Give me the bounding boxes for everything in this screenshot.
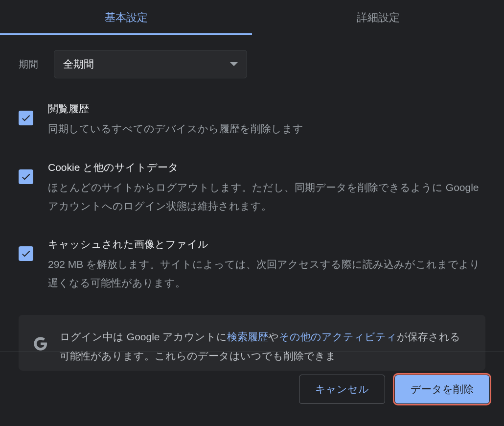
checkbox-row-cache: キャッシュされた画像とファイル 292 MB を解放します。サイトによっては、次… (19, 237, 485, 292)
time-range-select[interactable]: 全期間 (54, 50, 247, 78)
dialog-content: 期間 全期間 閲覧履歴 同期しているすべてのデバイスから履歴を削除します Coo… (0, 35, 504, 371)
check-icon (21, 171, 31, 182)
checkbox-cookies[interactable] (19, 169, 33, 184)
link-search-history[interactable]: 検索履歴 (227, 331, 268, 342)
cache-desc: 292 MB を解放します。サイトによっては、次回アクセスする際に読み込みがこれ… (48, 255, 485, 292)
check-icon (21, 113, 31, 123)
dialog-footer: キャンセル データを削除 (0, 352, 504, 426)
cookies-title: Cookie と他のサイトデータ (48, 161, 485, 174)
time-range-label: 期間 (19, 58, 38, 71)
tab-basic[interactable]: 基本設定 (0, 0, 252, 35)
checkbox-cache[interactable] (19, 246, 33, 261)
delete-data-button[interactable]: データを削除 (395, 375, 489, 403)
tab-bar: 基本設定 詳細設定 (0, 0, 504, 35)
checkbox-browsing[interactable] (19, 111, 33, 125)
chevron-down-icon (230, 62, 238, 66)
checkbox-row-cookies: Cookie と他のサイトデータ ほとんどのサイトからログアウトします。ただし、… (19, 161, 485, 215)
tab-advanced[interactable]: 詳細設定 (252, 0, 504, 35)
cache-title: キャッシュされた画像とファイル (48, 237, 485, 251)
browsing-history-desc: 同期しているすべてのデバイスから履歴を削除します (48, 119, 485, 138)
time-range-value: 全期間 (63, 57, 94, 71)
cancel-button[interactable]: キャンセル (299, 375, 385, 404)
cookies-desc: ほとんどのサイトからログアウトします。ただし、同期データを削除できるように Go… (48, 178, 485, 215)
check-icon (21, 248, 31, 259)
browsing-history-title: 閲覧履歴 (48, 102, 485, 116)
link-other-activity[interactable]: その他のアクティビティ (279, 331, 397, 342)
google-g-icon (33, 336, 48, 351)
time-range-row: 期間 全期間 (19, 50, 485, 78)
checkbox-row-browsing: 閲覧履歴 同期しているすべてのデバイスから履歴を削除します (19, 102, 485, 138)
